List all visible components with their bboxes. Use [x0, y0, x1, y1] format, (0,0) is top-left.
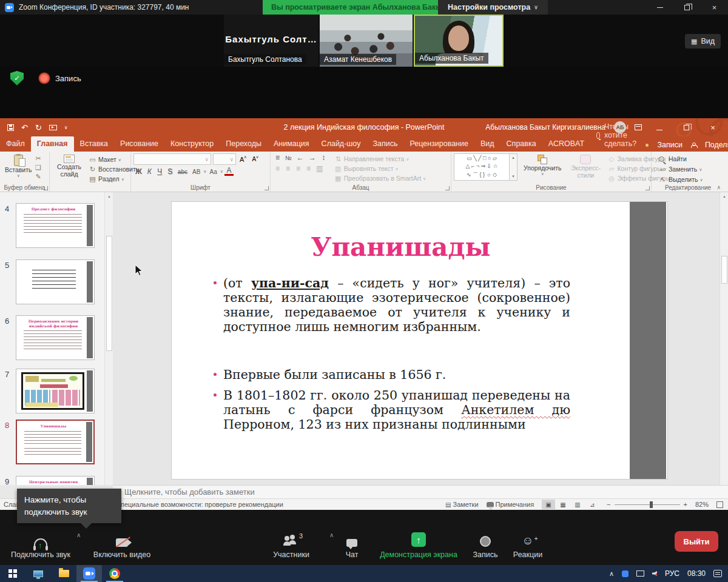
share-screen-button[interactable]: ↑ Демонстрация экрана: [370, 531, 467, 559]
customize-qat-icon[interactable]: ∨: [64, 125, 68, 130]
dialog-launcher-icon[interactable]: [445, 186, 450, 190]
tab-animations[interactable]: Анимация: [268, 136, 315, 152]
italic-button[interactable]: К: [145, 167, 154, 176]
video-tile-azamat[interactable]: Азамат Кенешбеков: [320, 15, 413, 67]
language-indicator[interactable]: РУС: [665, 569, 679, 578]
align-left-button[interactable]: ≡: [273, 164, 282, 173]
zoom-slider-track[interactable]: [615, 504, 680, 505]
speaker-muted-icon[interactable]: ×: [652, 571, 657, 576]
accessibility-status[interactable]: Специальные возможности: проверьте реком…: [116, 501, 283, 508]
cut-icon[interactable]: ✂: [35, 155, 42, 162]
arrange-button[interactable]: Упорядочить ∨: [521, 153, 564, 183]
undo-icon[interactable]: ↶: [21, 123, 28, 132]
task-view-button[interactable]: [25, 565, 51, 582]
font-name-combo[interactable]: ∨: [133, 153, 211, 165]
tab-design[interactable]: Конструктор: [164, 136, 220, 152]
slide-sorter-button[interactable]: ▦: [556, 500, 570, 509]
replace-button[interactable]: abЗаменить∨: [659, 165, 722, 174]
copy-icon[interactable]: ❏: [35, 164, 42, 172]
save-icon[interactable]: [7, 124, 14, 131]
tab-view[interactable]: Вид: [474, 136, 500, 152]
tab-transitions[interactable]: Переходы: [220, 136, 268, 152]
underline-button[interactable]: Ч: [155, 167, 164, 176]
slide-title[interactable]: Упанишады: [172, 232, 630, 262]
text-direction-button[interactable]: ⇅Направление текста∨: [334, 155, 426, 164]
action-center-icon[interactable]: [713, 570, 722, 577]
dialog-launcher-icon[interactable]: [645, 186, 650, 190]
tab-acrobat[interactable]: ACROBAT: [542, 136, 591, 152]
increase-font-button[interactable]: А˄: [238, 155, 248, 163]
security-shield-icon[interactable]: ✓: [10, 71, 24, 85]
align-text-button[interactable]: ▥Выровнять текст∨: [334, 164, 426, 173]
slideshow-button[interactable]: ⊿: [585, 500, 599, 509]
zoom-in-button[interactable]: +: [684, 501, 687, 508]
align-right-button[interactable]: ≡: [294, 164, 303, 173]
video-tile-abylkhanova-active-speaker[interactable]: Абылханова Бакыт: [414, 15, 504, 67]
shapes-gallery[interactable]: ▭ ╲ ╱ □ ○ ▱ △ ⌐ ¬ ⇒ ⇩ ☆ ∿ ⌒ { } ☼ ◇: [454, 153, 510, 181]
normal-view-button[interactable]: ▣: [542, 500, 555, 509]
comments-toggle[interactable]: Примечания: [487, 500, 534, 509]
zoom-slider-thumb[interactable]: [650, 501, 653, 508]
reactions-button[interactable]: ☺+ Реакции: [504, 531, 552, 559]
smartart-button[interactable]: ▦Преобразовать в SmartArt∨: [334, 174, 426, 183]
thumbnail-slide-5[interactable]: [16, 259, 95, 304]
chrome-button[interactable]: [102, 565, 127, 582]
avatar[interactable]: АБ: [614, 121, 626, 133]
file-explorer-button[interactable]: [51, 565, 76, 582]
scroll-up-icon[interactable]: ▴: [721, 193, 727, 199]
tray-expand-icon[interactable]: ∧: [609, 570, 614, 578]
thumbnail-slide-7[interactable]: [16, 369, 95, 413]
align-center-button[interactable]: ≡: [283, 164, 292, 173]
view-mode-button[interactable]: ▦ Вид: [685, 34, 721, 48]
ppt-minimize-button[interactable]: [650, 123, 669, 132]
decrease-font-button[interactable]: А˅: [250, 155, 260, 162]
change-case-button[interactable]: Аа: [207, 169, 218, 175]
select-button[interactable]: ↖Выделить∨: [659, 175, 722, 184]
start-button[interactable]: [0, 565, 25, 582]
decrease-indent-button[interactable]: ←: [295, 153, 306, 162]
columns-button[interactable]: ▥: [314, 164, 325, 173]
join-audio-button[interactable]: ↑ Подключить звук: [7, 531, 74, 559]
ppt-close-button[interactable]: ×: [704, 123, 722, 132]
dialog-launcher-icon[interactable]: [265, 186, 269, 190]
ribbon-display-options-icon[interactable]: [635, 124, 642, 130]
tab-review[interactable]: Рецензирование: [403, 136, 474, 152]
scrollbar-thumb[interactable]: [106, 236, 112, 351]
bold-button[interactable]: Ж: [133, 167, 144, 176]
account-name[interactable]: Абылханова Бакыт Киргизгалиевна: [485, 123, 605, 132]
chat-button[interactable]: Чат: [334, 531, 370, 559]
shapes-scrollbar[interactable]: ▴ ▾: [510, 153, 517, 181]
thumbnail-slide-4[interactable]: Предмет философии: [16, 203, 95, 248]
tab-home[interactable]: Главная: [31, 136, 74, 152]
start-video-button[interactable]: Включить видео: [89, 531, 155, 559]
tab-insert[interactable]: Вставка: [74, 136, 114, 152]
reading-view-button[interactable]: ▥: [571, 500, 584, 509]
fit-to-window-icon[interactable]: [716, 501, 723, 508]
notes-pane[interactable]: Щелкните, чтобы добавить заметки: [113, 485, 728, 498]
font-color-button[interactable]: А: [224, 167, 234, 176]
start-slideshow-icon[interactable]: [49, 125, 57, 130]
collapse-ribbon-icon[interactable]: ∧: [716, 184, 721, 190]
tab-draw[interactable]: Рисование: [114, 136, 164, 152]
character-spacing-button[interactable]: АВ: [190, 169, 202, 175]
leave-meeting-button[interactable]: Выйти: [675, 531, 718, 552]
thumbnail-panel-scrollbar[interactable]: ▴: [104, 192, 113, 485]
bullets-button[interactable]: ≡: [273, 153, 282, 162]
notes-toggle[interactable]: ▤Заметки: [445, 500, 479, 509]
increase-indent-button[interactable]: →: [307, 153, 318, 162]
restore-button[interactable]: [673, 0, 701, 15]
video-tile-baxytgul[interactable]: Бахытгуль Солт… Бахытгуль Солтанова: [224, 15, 318, 67]
network-icon[interactable]: [636, 570, 644, 577]
share-button[interactable]: Поделиться: [705, 141, 728, 149]
tab-file[interactable]: Файл: [0, 136, 31, 152]
font-size-combo[interactable]: ∨: [213, 153, 236, 165]
thumbnail-slide-9[interactable]: Центральные понятия индийской философско…: [16, 476, 95, 485]
find-button[interactable]: Найти: [659, 155, 722, 164]
strikethrough-button[interactable]: abc: [176, 169, 189, 175]
close-button[interactable]: ×: [701, 0, 728, 15]
tab-record[interactable]: Запись: [366, 136, 403, 152]
text-shadow-button[interactable]: S: [166, 167, 175, 176]
slide-body-text[interactable]: (от упа-ни-сад – «сидеть у ног» учителя)…: [223, 276, 570, 432]
paste-button[interactable]: Вставить ∨: [2, 153, 35, 181]
participants-button[interactable]: 3 Участники: [261, 531, 322, 559]
